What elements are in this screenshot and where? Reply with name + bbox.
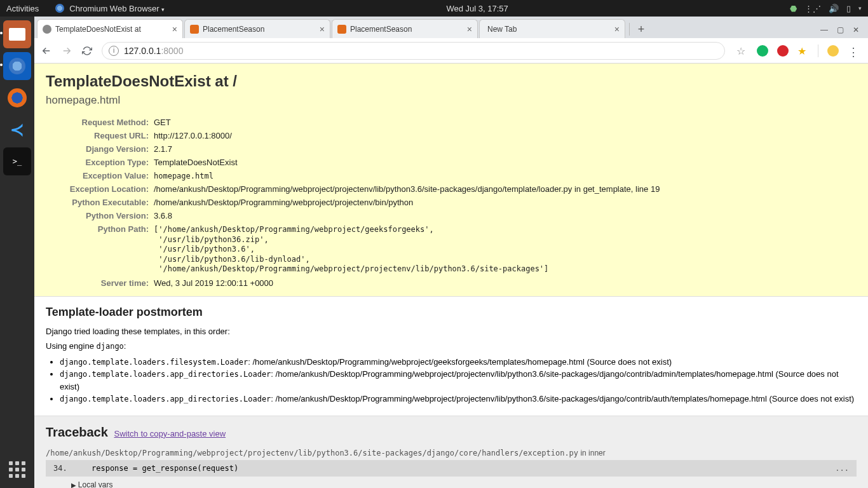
site-info-icon[interactable]: i <box>109 46 119 56</box>
extension-green-icon[interactable] <box>757 45 768 57</box>
extension-face-icon[interactable] <box>827 45 839 57</box>
extension-star-icon[interactable]: ★ <box>797 45 809 57</box>
browser-window: TemplateDoesNotExist at× PlacementSeason… <box>34 17 868 488</box>
reload-button[interactable] <box>81 45 93 57</box>
meta-key: Python Version: <box>46 209 154 222</box>
browser-menu-button[interactable]: ⋮ <box>848 45 859 57</box>
meta-key: Django Version: <box>46 142 154 156</box>
frame-code[interactable]: 34. response = get_response(request)... <box>46 460 857 477</box>
volume-icon[interactable]: 🔊 <box>829 4 839 13</box>
meta-val: /home/ankush/Desktop/Programming/webproj… <box>154 196 660 209</box>
address-bar[interactable]: i 127.0.0.1:8000 <box>102 42 725 60</box>
wifi-icon[interactable]: ⋮⋰ <box>804 4 821 13</box>
chromium-icon <box>55 4 64 13</box>
tab-2[interactable]: PlacementSeason× <box>332 19 478 38</box>
tab-1[interactable]: PlacementSeason× <box>184 19 330 38</box>
shield-icon[interactable]: ⬣ <box>790 4 797 13</box>
frame-func: inner <box>588 449 606 458</box>
error-summary: TemplateDoesNotExist at / homepage.html … <box>34 64 868 297</box>
meta-val: ['/home/ankush/Desktop/Programming/webpr… <box>154 222 660 276</box>
globe-icon <box>43 25 51 34</box>
local-vars-toggle[interactable]: Local vars <box>71 480 857 488</box>
dock-files[interactable] <box>3 20 31 48</box>
clock[interactable]: Wed Jul 3, 17:57 <box>446 4 508 13</box>
tab-strip: TemplateDoesNotExist at× PlacementSeason… <box>34 17 868 38</box>
activities-button[interactable]: Activities <box>6 4 39 13</box>
error-meta-table: Request Method:GET Request URL:http://12… <box>46 116 660 290</box>
frame-file: /home/ankush/Desktop/Programming/webproj… <box>46 449 578 458</box>
meta-val: /home/ankush/Desktop/Programming/webproj… <box>154 182 660 196</box>
postmortem-list: django.template.loaders.filesystem.Loade… <box>60 356 857 405</box>
meta-key: Python Path: <box>46 222 154 276</box>
meta-val: TemplateDoesNotExist <box>154 156 660 169</box>
traceback-section: Traceback Switch to copy-and-paste view … <box>34 416 868 488</box>
bookmark-star-icon[interactable]: ☆ <box>736 45 748 57</box>
dock-terminal[interactable]: >_ <box>3 147 31 175</box>
dock-vscode[interactable]: ≺ <box>3 116 31 144</box>
new-tab-button[interactable]: + <box>632 20 650 38</box>
meta-key: Server time: <box>46 276 154 290</box>
close-icon[interactable]: × <box>172 24 177 34</box>
dock-firefox[interactable] <box>3 84 31 112</box>
meta-val: Wed, 3 Jul 2019 12:00:11 +0000 <box>154 276 660 290</box>
traceback-heading: Traceback <box>46 425 108 439</box>
battery-icon[interactable]: ▯ <box>846 4 851 13</box>
tab-title: New Tab <box>487 25 611 34</box>
postmortem-section: Template-loader postmortem Django tried … <box>34 297 868 416</box>
tab-title: TemplateDoesNotExist at <box>55 25 168 34</box>
meta-key: Exception Location: <box>46 182 154 196</box>
back-button[interactable] <box>41 45 52 57</box>
error-title: TemplateDoesNotExist at / <box>46 72 857 90</box>
tab-0[interactable]: TemplateDoesNotExist at× <box>37 19 183 38</box>
extension-red-icon[interactable] <box>777 45 789 57</box>
postmortem-heading: Template-loader postmortem <box>46 306 857 319</box>
list-item: django.template.loaders.filesystem.Loade… <box>60 356 857 369</box>
meta-key: Python Executable: <box>46 196 154 209</box>
show-applications[interactable] <box>8 460 27 479</box>
list-item: django.template.loaders.app_directories.… <box>60 393 857 405</box>
list-item: django.template.loaders.app_directories.… <box>60 368 857 393</box>
meta-val: 2.1.7 <box>154 142 660 156</box>
meta-val: http://127.0.0.1:8000/ <box>154 129 660 142</box>
favicon-icon <box>337 25 346 34</box>
extension-icons: ☆ ★ ⋮ <box>734 44 862 57</box>
forward-button[interactable] <box>61 45 72 57</box>
error-subtitle: homepage.html <box>46 94 857 107</box>
postmortem-intro: Django tried loading these templates, in… <box>46 327 857 336</box>
separator <box>818 44 818 57</box>
meta-val: homepage.html <box>154 169 660 182</box>
app-menu[interactable]: Chromium Web Browser ▾ <box>69 4 165 13</box>
tab-title: PlacementSeason <box>350 25 463 34</box>
url-text: 127.0.0.1:8000 <box>124 46 183 56</box>
meta-val: GET <box>154 116 660 129</box>
tab-3[interactable]: New Tab× <box>479 19 625 38</box>
browser-toolbar: i 127.0.0.1:8000 ☆ ★ ⋮ <box>34 38 868 64</box>
close-icon[interactable]: × <box>614 24 620 34</box>
meta-key: Request URL: <box>46 129 154 142</box>
switch-view-link[interactable]: Switch to copy-and-paste view <box>114 429 226 438</box>
close-window-button[interactable]: ✕ <box>853 25 859 34</box>
meta-key: Exception Type: <box>46 156 154 169</box>
traceback-frame: /home/ankush/Desktop/Programming/webproj… <box>46 449 857 488</box>
meta-val: 3.6.8 <box>154 209 660 222</box>
system-menu-chevron-icon[interactable]: ▾ <box>858 5 862 11</box>
postmortem-engine: Using engine django: <box>46 341 857 351</box>
meta-key: Request Method: <box>46 116 154 129</box>
favicon-icon <box>190 25 199 34</box>
system-topbar: Activities Chromium Web Browser ▾ Wed Ju… <box>0 0 868 17</box>
maximize-button[interactable]: ▢ <box>837 25 844 34</box>
close-icon[interactable]: × <box>320 24 325 34</box>
close-icon[interactable]: × <box>467 24 472 34</box>
dock: ≺ >_ <box>0 17 34 488</box>
meta-key: Exception Value: <box>46 169 154 182</box>
page-content: TemplateDoesNotExist at / homepage.html … <box>34 64 868 488</box>
dock-chromium[interactable] <box>3 52 31 80</box>
minimize-button[interactable]: — <box>820 25 828 34</box>
tab-title: PlacementSeason <box>203 25 316 34</box>
